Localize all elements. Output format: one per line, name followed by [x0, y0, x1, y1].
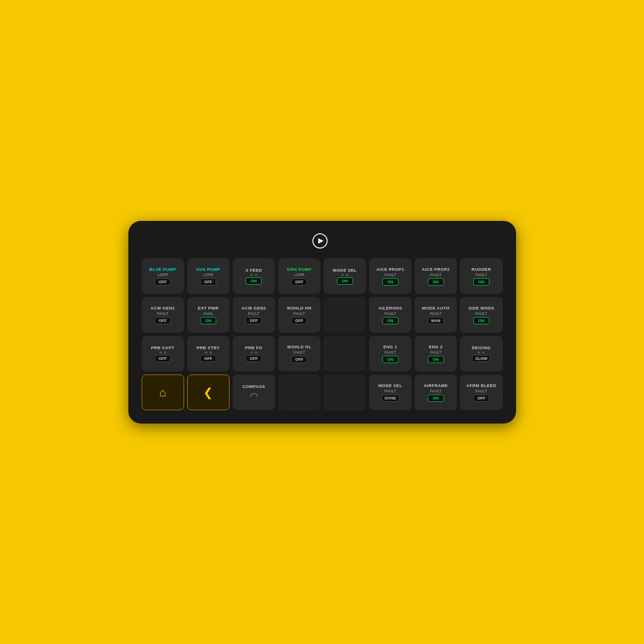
btn-status: OFF	[291, 356, 307, 363]
btn-sublabel: FAULT	[385, 350, 396, 355]
btn-status: OFF	[473, 395, 489, 402]
btn-label: MODE SEL	[333, 268, 357, 273]
btn-label: WSHLD HR	[287, 306, 312, 310]
deck-button-prb-stby[interactable]: PRB STBY OFF	[187, 336, 230, 371]
btn-status: OFF	[291, 317, 307, 324]
btn-status: ON	[428, 356, 444, 363]
dot-left	[341, 274, 344, 276]
btn-status: OFF	[246, 355, 262, 362]
dot-left	[205, 351, 207, 354]
back-icon: ❮	[203, 387, 213, 398]
btn-status: MAN	[428, 317, 444, 324]
deck-button-wshld-hr[interactable]: WSHLD HR FAULT OFF	[278, 297, 320, 333]
deck-button-prb-fo[interactable]: PRB FO OFF	[233, 336, 275, 371]
deck-button-empty-4	[324, 375, 366, 410]
btn-status: ON	[382, 278, 398, 285]
btn-sublabel: FAULT	[294, 311, 305, 316]
btn-label: PRB STBY	[197, 345, 220, 350]
deck-button-empty-2	[324, 336, 366, 371]
btn-label: AICE PROP2	[422, 267, 450, 272]
btn-sublabel: FAULT	[294, 350, 305, 355]
dots	[250, 274, 257, 276]
deck-button-ext-pwr[interactable]: EXT PWR AVAIL ON	[187, 297, 230, 333]
deck-button-airframe[interactable]: AIRFRAME FAULT ON	[414, 375, 457, 410]
btn-status: ON	[200, 317, 216, 324]
stream-deck-logo	[312, 233, 328, 249]
btn-sublabel: AVAIL	[203, 311, 213, 316]
deck-button-rudder[interactable]: RUDDER FAULT ON	[460, 258, 502, 294]
deck-button-wshld-hl[interactable]: WSHLD HL FAULT OFF	[278, 336, 320, 371]
dots	[478, 351, 484, 354]
deck-header	[142, 233, 503, 249]
home-icon: ⌂	[159, 387, 166, 398]
deck-button-empty-1	[324, 297, 366, 333]
dot-left	[250, 351, 253, 354]
dot-left	[250, 274, 253, 276]
btn-sublabel: FAULT	[476, 389, 487, 393]
deck-button-prb-capt[interactable]: PRB CAPT OFF	[142, 336, 184, 371]
btn-label: GRN PUMP	[287, 267, 312, 272]
btn-label: ACW GEN2	[242, 306, 266, 310]
deck-button-eng-1[interactable]: ENG 1 FAULT ON	[369, 336, 411, 371]
dot-right	[346, 274, 348, 276]
btn-status: OFF	[155, 317, 171, 324]
btn-label: EXT PWR	[198, 306, 219, 310]
dots	[205, 351, 212, 354]
deck-button-empty-3	[278, 375, 320, 410]
btn-label: SIDE WNDS	[468, 306, 494, 310]
btn-sublabel: FAULT	[385, 389, 396, 393]
btn-sublabel: LOPR	[294, 273, 304, 277]
deck-button-eng-2[interactable]: ENG 2 FAULT ON	[414, 336, 457, 371]
dot-left	[478, 351, 480, 354]
dot-right	[255, 351, 257, 354]
dots	[341, 274, 348, 276]
btn-status: OFF	[200, 355, 216, 362]
deck-button-acw-gen1[interactable]: ACW GEN1 FAULT OFF	[142, 297, 184, 333]
btn-label: AIRFRAME	[424, 383, 448, 388]
btn-sublabel: FAULT	[385, 311, 396, 316]
deck-button-home[interactable]: ⌂	[142, 375, 184, 410]
btn-sublabel: FAULT	[430, 273, 442, 277]
deck-button-afrm-bleed[interactable]: AFRM BLEED FAULT OFF	[460, 375, 502, 410]
btn-status: ON	[382, 356, 398, 363]
button-grid: BLUE PUMP LOPR OFF AUX PUMP LOPR OFF X F…	[142, 258, 503, 410]
dots	[250, 351, 257, 354]
deck-button-side-wnds[interactable]: SIDE WNDS FAULT ON	[460, 297, 502, 333]
btn-label: ENG 2	[429, 344, 443, 349]
deck-button-compass[interactable]: COMPASS ◠	[233, 375, 275, 410]
btn-label: DEICING	[472, 345, 491, 350]
dot-right	[482, 351, 484, 354]
btn-status: OFF	[246, 317, 262, 324]
deck-button-x-feed[interactable]: X FEED ON	[233, 258, 275, 294]
btn-label: MODE AUTO	[422, 306, 450, 310]
deck-button-back[interactable]: ❮	[187, 375, 230, 410]
deck-button-deicing[interactable]: DEICING SLOW	[460, 336, 502, 371]
btn-status: OFF	[155, 278, 171, 285]
deck-button-aice-prop1[interactable]: AICE PROP1 FAULT ON	[369, 258, 411, 294]
btn-status: ON	[473, 317, 489, 324]
deck-button-aux-pump[interactable]: AUX PUMP LOPR OFF	[187, 258, 230, 294]
deck-button-aice-prop2[interactable]: AICE PROP2 FAULT ON	[414, 258, 457, 294]
dot-right	[255, 274, 257, 276]
btn-status: OFF	[291, 278, 307, 285]
btn-status: ON	[337, 277, 353, 285]
dot-right	[164, 351, 166, 354]
deck-button-grn-pump[interactable]: GRN PUMP LOPR OFF	[278, 258, 320, 294]
btn-status: ON	[382, 317, 398, 324]
deck-button-blue-pump[interactable]: BLUE PUMP LOPR OFF	[142, 258, 184, 294]
btn-label: PRB FO	[245, 345, 263, 350]
btn-status: ON	[428, 395, 444, 402]
deck-button-ailerons[interactable]: AILERONS FAULT ON	[369, 297, 411, 333]
btn-label: RUDDER	[472, 267, 491, 272]
btn-sublabel: FAULT	[248, 311, 259, 316]
btn-status: OFF	[155, 355, 171, 362]
deck-button-mode-sel-1[interactable]: MODE SEL ON	[324, 258, 366, 294]
deck-button-acw-gen2[interactable]: ACW GEN2 FAULT OFF	[233, 297, 275, 333]
btn-label: MODE SEL	[378, 383, 402, 388]
deck-button-mode-auto[interactable]: MODE AUTO FAULT MAN	[414, 297, 457, 333]
btn-status: OFF	[200, 278, 216, 285]
btn-sublabel: FAULT	[385, 273, 396, 277]
btn-label: AFRM BLEED	[466, 383, 496, 388]
deck-button-mode-sel-2[interactable]: MODE SEL FAULT OVHD	[369, 375, 411, 410]
btn-label: AUX PUMP	[196, 267, 220, 272]
